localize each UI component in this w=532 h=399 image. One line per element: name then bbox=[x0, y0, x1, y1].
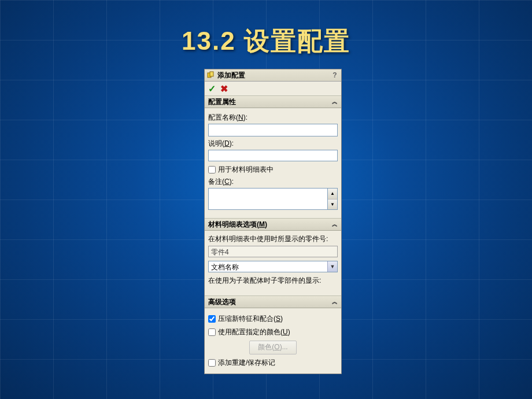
panel-titlebar: 添加配置 ? bbox=[205, 69, 341, 82]
chevron-down-icon[interactable]: ▼ bbox=[327, 261, 337, 272]
action-row: ✓ ✖ bbox=[205, 82, 341, 95]
add-mark-label: 添加重建/保存标记 bbox=[218, 358, 275, 368]
select-value: 文档名称 bbox=[208, 261, 338, 272]
add-config-panel: 添加配置 ? ✓ ✖ 配置属性 ︽ 配置名称(N): 说明(D): 用于材料明细… bbox=[204, 69, 342, 374]
bom-help-2: 在使用为子装配体时子零部件的显示: bbox=[208, 276, 338, 285]
section-body-bom: 在材料明细表中使用时所显示的零件号: 零件4 文档名称 ▼ 在使用为子装配体时子… bbox=[205, 231, 341, 292]
config-icon bbox=[207, 71, 215, 79]
use-color-label: 使用配置指定的颜色(U) bbox=[218, 327, 290, 337]
chevron-up-icon[interactable]: ︽ bbox=[332, 298, 338, 306]
chevron-up-icon[interactable]: ︽ bbox=[332, 98, 338, 106]
add-mark-checkbox[interactable] bbox=[208, 359, 216, 367]
notes-textarea[interactable] bbox=[208, 188, 328, 210]
cancel-button[interactable]: ✖ bbox=[220, 83, 228, 94]
section-body-config-props: 配置名称(N): 说明(D): 用于材料明细表中 备注(C): ▲ ▼ bbox=[205, 108, 341, 215]
section-title: 材料明细表选项(M) bbox=[208, 220, 267, 230]
doc-name-select[interactable]: 文档名称 ▼ bbox=[208, 261, 338, 272]
slide-title: 13.2 设置配置 bbox=[0, 24, 532, 58]
spin-down-icon[interactable]: ▼ bbox=[328, 200, 337, 210]
bom-help-1: 在材料明细表中使用时所显示的零件号: bbox=[208, 234, 338, 243]
section-header-bom[interactable]: 材料明细表选项(M) ︽ bbox=[205, 218, 341, 231]
help-icon[interactable]: ? bbox=[331, 71, 339, 79]
use-in-bom-row: 用于材料明细表中 bbox=[208, 165, 338, 175]
section-body-advanced: 压缩新特征和配合(S) 使用配置指定的颜色(U) 颜色(O)... 添加重建/保… bbox=[205, 308, 341, 374]
use-in-bom-label: 用于材料明细表中 bbox=[218, 165, 274, 175]
suppress-label: 压缩新特征和配合(S) bbox=[218, 314, 283, 324]
panel-title: 添加配置 bbox=[217, 71, 331, 80]
part-number-box: 零件4 bbox=[208, 246, 338, 257]
use-color-checkbox[interactable] bbox=[208, 328, 216, 336]
description-label: 说明(D): bbox=[208, 139, 338, 149]
section-title: 高级选项 bbox=[208, 297, 236, 307]
section-header-advanced[interactable]: 高级选项 ︽ bbox=[205, 295, 341, 308]
chevron-up-icon[interactable]: ︽ bbox=[332, 220, 338, 228]
config-name-label: 配置名称(N): bbox=[208, 113, 338, 123]
description-input[interactable] bbox=[208, 150, 338, 161]
svg-rect-1 bbox=[210, 72, 213, 76]
section-title: 配置属性 bbox=[208, 97, 236, 107]
section-header-config-props[interactable]: 配置属性 ︽ bbox=[205, 95, 341, 108]
use-in-bom-checkbox[interactable] bbox=[208, 166, 216, 173]
spin-up-icon[interactable]: ▲ bbox=[328, 189, 337, 200]
ok-button[interactable]: ✓ bbox=[208, 83, 216, 94]
suppress-checkbox[interactable] bbox=[208, 315, 216, 323]
notes-spinner: ▲ ▼ bbox=[328, 188, 338, 210]
config-name-input[interactable] bbox=[208, 124, 338, 136]
notes-label: 备注(C): bbox=[208, 177, 338, 187]
color-button: 颜色(O)... bbox=[249, 341, 297, 354]
